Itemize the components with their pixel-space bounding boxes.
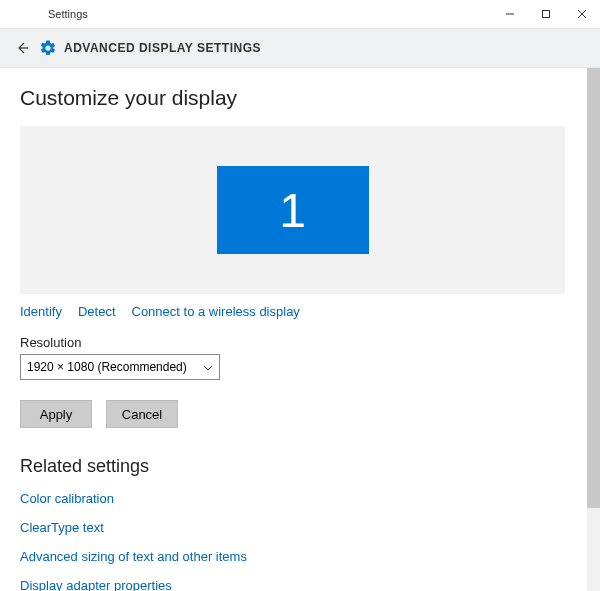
- maximize-icon: [541, 9, 551, 19]
- minimize-button[interactable]: [492, 0, 528, 28]
- maximize-button[interactable]: [528, 0, 564, 28]
- display-action-links: Identify Detect Connect to a wireless di…: [20, 304, 580, 319]
- resolution-label: Resolution: [20, 335, 580, 350]
- gear-icon: [38, 38, 58, 58]
- resolution-select[interactable]: 1920 × 1080 (Recommended): [20, 354, 220, 380]
- minimize-icon: [505, 9, 515, 19]
- monitor-tile[interactable]: 1: [217, 166, 369, 254]
- titlebar: Settings: [0, 0, 600, 28]
- identify-link[interactable]: Identify: [20, 304, 62, 319]
- related-settings-title: Related settings: [20, 456, 580, 477]
- cancel-button[interactable]: Cancel: [106, 400, 178, 428]
- detect-link[interactable]: Detect: [78, 304, 116, 319]
- connect-wireless-link[interactable]: Connect to a wireless display: [132, 304, 300, 319]
- header-title: ADVANCED DISPLAY SETTINGS: [64, 41, 261, 55]
- back-button[interactable]: [10, 36, 34, 60]
- window-controls: [492, 0, 600, 28]
- back-arrow-icon: [14, 40, 30, 56]
- close-button[interactable]: [564, 0, 600, 28]
- cleartype-text-link[interactable]: ClearType text: [20, 520, 580, 535]
- apply-button[interactable]: Apply: [20, 400, 92, 428]
- related-settings-links: Color calibration ClearType text Advance…: [20, 491, 580, 591]
- monitor-preview[interactable]: 1: [20, 126, 565, 294]
- header-bar: ADVANCED DISPLAY SETTINGS: [0, 28, 600, 68]
- content-area: Customize your display 1 Identify Detect…: [0, 68, 600, 591]
- page-title: Customize your display: [20, 86, 580, 110]
- chevron-down-icon: [203, 362, 213, 373]
- button-row: Apply Cancel: [20, 400, 580, 428]
- cancel-label: Cancel: [122, 407, 162, 422]
- resolution-value: 1920 × 1080 (Recommended): [27, 360, 187, 374]
- display-adapter-link[interactable]: Display adapter properties: [20, 578, 580, 591]
- apply-label: Apply: [40, 407, 73, 422]
- window-title: Settings: [48, 8, 88, 20]
- svg-rect-1: [543, 11, 550, 18]
- color-calibration-link[interactable]: Color calibration: [20, 491, 580, 506]
- advanced-sizing-link[interactable]: Advanced sizing of text and other items: [20, 549, 580, 564]
- close-icon: [577, 9, 587, 19]
- monitor-number: 1: [279, 183, 306, 238]
